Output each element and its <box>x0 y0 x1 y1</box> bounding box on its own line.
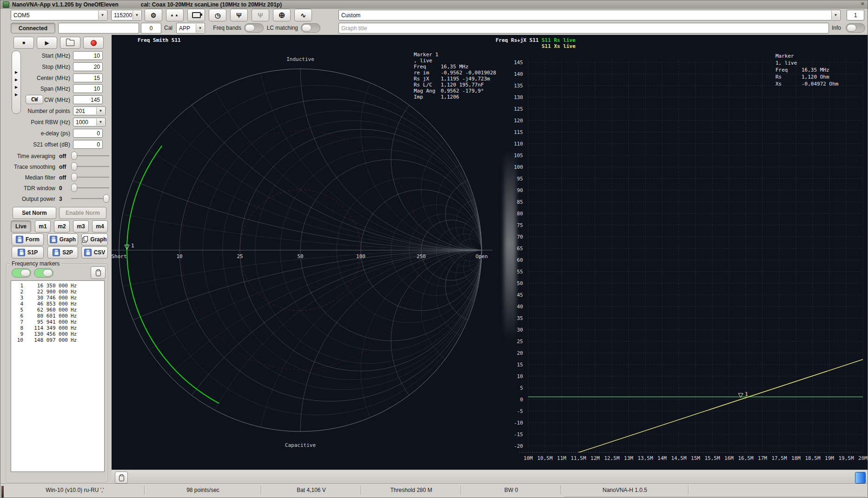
play-icon: ▶ <box>45 40 49 46</box>
frequency-marker-list[interactable]: 116 350 000Hz222 900 000Hz330 746 000Hz4… <box>11 280 105 472</box>
record-button[interactable] <box>83 37 104 49</box>
status-scans: Scans 6 <box>461 496 561 498</box>
median-filter-slider[interactable] <box>71 173 109 181</box>
lc-matching-toggle[interactable] <box>301 23 320 33</box>
crosshair-button[interactable]: ⊕ <box>273 9 291 21</box>
svg-text:60: 60 <box>517 257 523 263</box>
marker-row[interactable]: 8114 349 000Hz <box>11 325 104 331</box>
arrows-up-button[interactable]: ▲▲ <box>166 9 184 21</box>
graph-title-input[interactable] <box>338 23 829 33</box>
stop-button[interactable]: ■ <box>13 37 34 49</box>
set-norm-button[interactable]: Set Norm <box>13 207 56 219</box>
center-input[interactable] <box>73 73 103 82</box>
export-s1p-button[interactable]: S1P <box>12 246 44 259</box>
nanovna-app-window: NanoVNA-App v1.1.205 by OneOfEleven cal:… <box>0 0 868 498</box>
status-bar: Win-10 (v10.0) ru-RU ',' 98 points/sec B… <box>0 484 868 498</box>
info-toggle[interactable] <box>846 23 865 33</box>
play-button[interactable]: ▶ <box>37 37 57 49</box>
marker-row[interactable]: 222 900 000Hz <box>11 289 104 295</box>
save-form-button[interactable]: Form <box>12 233 44 246</box>
cal-mode-select[interactable]: APP▼ <box>176 23 205 33</box>
svg-text:-15: -15 <box>514 432 523 438</box>
svg-text:100: 100 <box>514 164 523 170</box>
open-folder-button[interactable] <box>60 37 80 49</box>
status-datetime: Вс 02 апр 2023 07:38:35 <box>5 496 145 498</box>
waveform-button[interactable]: ∿ <box>294 9 312 21</box>
preset-select[interactable]: Custom▼ <box>338 10 841 20</box>
slider-thumb[interactable] <box>71 184 77 192</box>
output-power-slider[interactable] <box>71 194 109 203</box>
svg-text:50: 50 <box>517 280 523 286</box>
screen-number-input[interactable] <box>847 10 864 20</box>
address-input[interactable] <box>58 23 139 33</box>
delete-markers-button[interactable] <box>91 266 106 279</box>
legend-rs[interactable]: S11 Rs live <box>542 37 576 43</box>
copy-graph-button[interactable]: Graph <box>81 233 108 246</box>
marker-row[interactable]: 330 746 000Hz <box>11 295 104 301</box>
marker-row[interactable]: 10148 097 000Hz <box>11 337 104 343</box>
svg-text:100: 100 <box>356 253 365 259</box>
close-icon[interactable]: ✕ <box>861 1 865 7</box>
marker-row[interactable]: 680 601 000Hz <box>11 313 104 319</box>
baud-rate-value: 115200 <box>114 12 132 19</box>
memory-live-button[interactable]: Live <box>11 220 31 232</box>
slider-thumb[interactable] <box>71 152 77 160</box>
connected-button[interactable]: Connected <box>11 23 55 33</box>
slider-thumb[interactable] <box>103 194 109 203</box>
battery-button[interactable] <box>187 9 205 21</box>
memory-m1-button[interactable]: m1 <box>35 220 51 232</box>
cal-mode-value: APP <box>179 25 190 32</box>
marker-row[interactable]: 116 350 000Hz <box>11 283 104 289</box>
rsjx-chart-svg[interactable]: 1451401351301251201151101051009590858075… <box>492 35 868 470</box>
smith-marker-1[interactable]: 1 <box>125 243 134 250</box>
memory-m4-button[interactable]: m4 <box>92 220 108 232</box>
usb-connection-button[interactable]: Ψ <box>230 9 248 21</box>
settings-button[interactable]: ⚙ <box>145 9 162 21</box>
rsjx-marker-info: Marker 1, liveFreq16,35 MHzRs1,120 OhmXs… <box>775 53 838 87</box>
set-norm-label: Set Norm <box>22 210 46 216</box>
tdr-window-slider[interactable] <box>71 184 109 192</box>
com-port-select[interactable]: COM5▼ <box>11 10 107 20</box>
smith-chart-header: Freq Smith S11 <box>138 37 181 43</box>
marker-row[interactable]: 446 853 000Hz <box>11 301 104 307</box>
timer-button[interactable]: ◷ <box>209 9 226 21</box>
export-s2p-button[interactable]: S2P <box>47 246 78 259</box>
scroll-handle[interactable] <box>855 472 866 484</box>
span-input[interactable] <box>73 84 103 93</box>
marker-row[interactable]: 562 960 000Hz <box>11 307 104 313</box>
trace-smoothing-value: off <box>59 164 66 170</box>
marker-row[interactable]: 795 941 000Hz <box>11 319 104 325</box>
memory-m2-button[interactable]: m2 <box>54 220 70 232</box>
slider-thumb[interactable] <box>71 173 77 181</box>
points-select[interactable]: 201▼ <box>73 106 106 115</box>
edelay-input[interactable] <box>73 129 103 138</box>
chevron-down-icon: ▼ <box>96 119 105 126</box>
stop-input[interactable] <box>73 62 103 71</box>
smith-marker-info: Marker 1 , liveFreq16,35 MHzre im-0,9562… <box>414 52 496 100</box>
rbw-select[interactable]: 1000▼ <box>73 118 106 126</box>
freq-bands-toggle[interactable] <box>244 23 264 33</box>
smith-chart-svg[interactable]: Short102550100250OpenInductiveCapacitive… <box>112 35 492 470</box>
baud-rate-select[interactable]: 115200▼ <box>111 10 142 20</box>
marker-1-toggle[interactable] <box>12 268 31 278</box>
save-graph-button[interactable]: Graph <box>47 233 78 246</box>
slider-thumb[interactable] <box>71 162 77 171</box>
trace-smoothing-slider[interactable] <box>71 162 109 171</box>
band-preset-strip[interactable]: ▶ ▶ ▶ ▶ <box>12 51 21 114</box>
memory-m3-button[interactable]: m3 <box>73 220 89 232</box>
export-csv-button[interactable]: CSV <box>81 246 108 259</box>
marker-2-toggle[interactable] <box>34 268 53 278</box>
marker-info-row: Freq16,35 MHz <box>414 64 496 70</box>
start-input[interactable] <box>73 51 103 60</box>
clear-traces-button[interactable] <box>115 471 128 484</box>
time-averaging-slider[interactable] <box>71 152 109 160</box>
svg-text:120: 120 <box>514 118 523 124</box>
legend-xs[interactable]: S11 Xs live <box>542 43 576 49</box>
cw-input[interactable] <box>73 95 103 104</box>
marker-row[interactable]: 9130 456 000Hz <box>11 331 104 337</box>
offset-input[interactable] <box>141 23 161 33</box>
svg-text:45: 45 <box>517 292 523 298</box>
title-bar[interactable]: NanoVNA-App v1.1.205 by OneOfEleven cal:… <box>0 0 868 9</box>
s21-offset-input[interactable] <box>73 140 103 149</box>
status-segments: Seg 2 / 2 <box>261 496 361 498</box>
